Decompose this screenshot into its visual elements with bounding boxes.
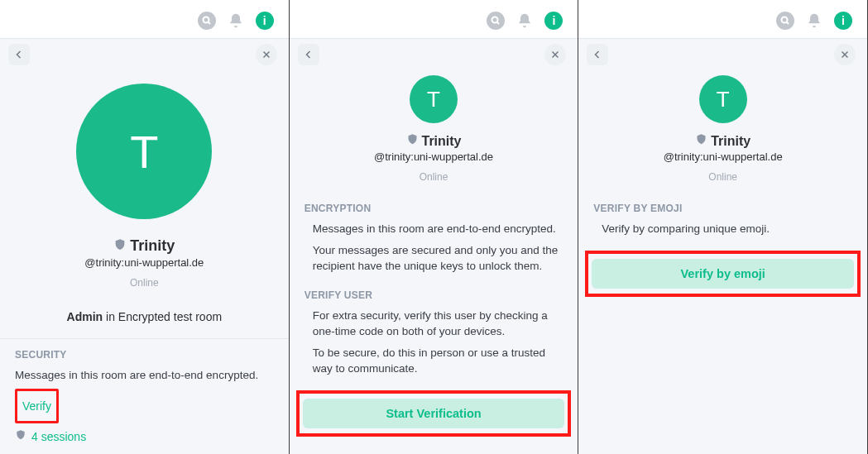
profile-block: T Trinity @trinity:uni-wuppertal.de Onli… [578, 70, 867, 193]
security-header: SECURITY [15, 349, 274, 361]
verify-emoji-highlight: Verify by emoji [585, 251, 861, 297]
shield-icon [113, 238, 127, 255]
profile-block: T Trinity @trinity:uni-wuppertal.de Onli… [0, 70, 289, 299]
profile-block: T Trinity @trinity:uni-wuppertal.de Onli… [290, 70, 578, 193]
user-handle: @trinity:uni-wuppertal.de [374, 151, 493, 163]
sessions-text: 4 sessions [31, 428, 86, 445]
search-icon[interactable] [487, 12, 505, 30]
verify-link[interactable]: Verify [22, 398, 51, 414]
header-row [578, 39, 867, 70]
user-handle: @trinity:uni-wuppertal.de [664, 151, 783, 163]
bell-icon[interactable] [516, 12, 533, 29]
user-handle: @trinity:uni-wuppertal.de [84, 256, 204, 269]
close-button[interactable] [544, 44, 566, 65]
avatar[interactable]: T [76, 84, 212, 219]
avatar[interactable]: T [410, 75, 458, 123]
panel-body: T Trinity @trinity:uni-wuppertal.de Onli… [0, 38, 289, 454]
shield-icon [695, 133, 707, 149]
verify-emoji-section: VERIFY BY EMOJI Verify by comparing uniq… [578, 193, 867, 249]
role-rest: in Encrypted test room [103, 310, 222, 323]
encryption-p1: Messages in this room are end-to-end enc… [313, 221, 563, 237]
verify-p1: For extra security, verify this user by … [313, 308, 563, 340]
display-name: Trinity [130, 237, 175, 255]
header-row [290, 39, 578, 70]
security-body: Messages in this room are end-to-end enc… [15, 367, 274, 445]
header-row [0, 39, 289, 70]
sessions-row[interactable]: 4 sessions [15, 428, 274, 445]
encryption-header: ENCRYPTION [305, 203, 563, 214]
presence: Online [130, 277, 159, 289]
svg-point-4 [492, 17, 498, 23]
name-row: Trinity [406, 133, 462, 149]
info-icon[interactable]: i [256, 12, 274, 30]
close-button[interactable] [834, 44, 856, 65]
verify-emoji-header: VERIFY BY EMOJI [593, 203, 852, 214]
panel-user-info: i T Trinity @trinity:uni-wuppertal.de On… [0, 0, 290, 454]
role-strong: Admin [67, 310, 103, 323]
info-icon[interactable]: i [834, 12, 852, 30]
info-icon[interactable]: i [544, 12, 563, 30]
svg-line-1 [208, 22, 210, 25]
verify-by-emoji-button[interactable]: Verify by emoji [592, 259, 854, 289]
top-icon-bar: i [0, 0, 289, 38]
name-row: Trinity [695, 133, 751, 149]
avatar[interactable]: T [699, 75, 747, 123]
verify-user-header: VERIFY USER [305, 289, 563, 301]
encryption-body: Messages in this room are end-to-end enc… [305, 221, 563, 275]
encryption-section: ENCRYPTION Messages in this room are end… [290, 193, 578, 286]
verify-link-highlight: Verify [15, 389, 59, 423]
display-name: Trinity [422, 134, 462, 149]
role-row: Admin in Encrypted test room [0, 299, 289, 338]
verify-user-section: VERIFY USER For extra security, verify t… [290, 286, 578, 389]
verify-p2: To be secure, do this in person or use a… [313, 345, 563, 377]
search-icon[interactable] [198, 12, 216, 30]
presence: Online [420, 171, 448, 183]
search-icon[interactable] [776, 12, 794, 30]
verify-user-body: For extra security, verify this user by … [305, 308, 563, 377]
close-button[interactable] [256, 44, 277, 65]
panel-body: T Trinity @trinity:uni-wuppertal.de Onli… [578, 38, 867, 454]
shield-icon [406, 133, 419, 149]
panel-verify-emoji: i T Trinity @trinity:uni-wuppertal.de On… [578, 0, 868, 454]
back-button[interactable] [8, 44, 30, 65]
back-button[interactable] [587, 44, 608, 65]
svg-point-8 [782, 17, 788, 23]
back-button[interactable] [298, 44, 319, 65]
start-verification-highlight: Start Verification [296, 390, 572, 437]
security-section: SECURITY Messages in this room are end-t… [0, 339, 289, 452]
verify-emoji-body: Verify by comparing unique emoji. [593, 221, 852, 237]
panel-body: T Trinity @trinity:uni-wuppertal.de Onli… [290, 38, 578, 454]
verify-emoji-text: Verify by comparing unique emoji. [602, 221, 852, 237]
display-name: Trinity [711, 134, 751, 149]
presence: Online [708, 171, 737, 183]
panel-encryption: i T Trinity @trinity:uni-wuppertal.de On… [290, 0, 579, 454]
top-icon-bar: i [290, 0, 578, 38]
svg-line-9 [787, 22, 789, 25]
svg-line-5 [497, 22, 500, 25]
start-verification-button[interactable]: Start Verification [303, 399, 565, 428]
svg-point-0 [203, 17, 209, 23]
bell-icon[interactable] [806, 12, 822, 29]
security-text: Messages in this room are end-to-end enc… [15, 367, 274, 384]
bell-icon[interactable] [228, 12, 244, 29]
shield-icon [15, 428, 26, 445]
top-icon-bar: i [578, 0, 867, 38]
name-row: Trinity [113, 237, 175, 255]
encryption-p2: Your messages are secured and only you a… [313, 242, 563, 275]
